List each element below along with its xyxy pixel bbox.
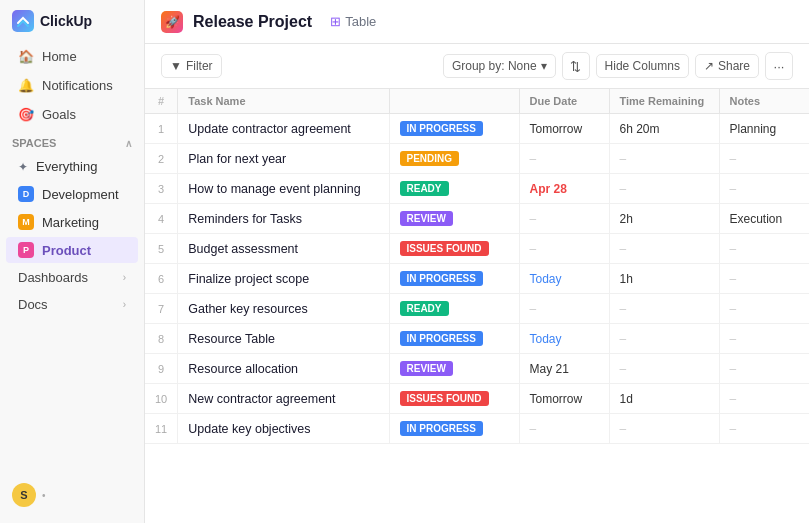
sidebar-item-notifications[interactable]: 🔔 Notifications [6,72,138,99]
cell-num: 2 [145,144,178,174]
cell-status: REVIEW [389,354,519,384]
hide-columns-label: Hide Columns [605,59,680,73]
cell-due-date: – [519,414,609,444]
everything-icon: ✦ [18,160,28,174]
sort-button[interactable]: ⇅ [562,52,590,80]
sidebar-item-product[interactable]: P Product [6,237,138,263]
group-by-button[interactable]: Group by: None ▾ [443,54,556,78]
sidebar-item-docs[interactable]: Docs › [6,292,138,317]
sidebar-item-dashboards[interactable]: Dashboards › [6,265,138,290]
cell-due-date: Today [519,264,609,294]
development-dot: D [18,186,34,202]
logo[interactable]: ClickUp [0,0,144,42]
sidebar-footer: S • [0,475,144,515]
docs-chevron: › [123,299,126,310]
sidebar-item-goals-label: Goals [42,107,76,122]
cell-num: 8 [145,324,178,354]
sidebar-item-marketing[interactable]: M Marketing [6,209,138,235]
spaces-section-header: Spaces ∧ [0,129,144,153]
table-row[interactable]: 9 Resource allocation REVIEW May 21 – – [145,354,809,384]
table-row[interactable]: 10 New contractor agreement ISSUES FOUND… [145,384,809,414]
sidebar-item-home[interactable]: 🏠 Home [6,43,138,70]
cell-num: 4 [145,204,178,234]
project-icon: 🚀 [161,11,183,33]
cell-status: READY [389,294,519,324]
cell-time-remaining: 1h [609,264,719,294]
table-icon: ⊞ [330,14,341,29]
table-row[interactable]: 11 Update key objectives IN PROGRESS – –… [145,414,809,444]
logo-text: ClickUp [40,13,92,29]
sidebar-item-development[interactable]: D Development [6,181,138,207]
cell-status: IN PROGRESS [389,114,519,144]
cell-num: 7 [145,294,178,324]
col-status [389,89,519,114]
cell-notes: – [719,294,809,324]
home-icon: 🏠 [18,49,34,64]
spaces-label: Spaces [12,137,56,149]
cell-num: 5 [145,234,178,264]
table-row[interactable]: 5 Budget assessment ISSUES FOUND – – – [145,234,809,264]
cell-task-name: Budget assessment [178,234,389,264]
table-view-label: Table [345,14,376,29]
sidebar: ClickUp 🏠 Home 🔔 Notifications 🎯 Goals S… [0,0,145,523]
cell-notes: Planning [719,114,809,144]
sort-icon: ⇅ [570,59,581,74]
sidebar-item-notifications-label: Notifications [42,78,113,93]
cell-time-remaining: – [609,144,719,174]
cell-time-remaining: – [609,414,719,444]
cell-status: REVIEW [389,204,519,234]
cell-status: PENDING [389,144,519,174]
dashboards-chevron: › [123,272,126,283]
table-row[interactable]: 8 Resource Table IN PROGRESS Today – – [145,324,809,354]
cell-due-date: – [519,144,609,174]
cell-task-name: New contractor agreement [178,384,389,414]
cell-status: ISSUES FOUND [389,234,519,264]
user-avatar[interactable]: S [12,483,36,507]
table-row[interactable]: 7 Gather key resources READY – – – [145,294,809,324]
project-title: Release Project [193,13,312,31]
cell-status: IN PROGRESS [389,324,519,354]
cell-time-remaining: – [609,354,719,384]
col-due-date: Due Date [519,89,609,114]
cell-status: READY [389,174,519,204]
logo-icon [12,10,34,32]
col-time-remaining: Time Remaining [609,89,719,114]
cell-due-date: Tomorrow [519,384,609,414]
sidebar-item-goals[interactable]: 🎯 Goals [6,101,138,128]
cell-time-remaining: 2h [609,204,719,234]
cell-notes: – [719,174,809,204]
col-task-name: Task Name [178,89,389,114]
table-row[interactable]: 1 Update contractor agreement IN PROGRES… [145,114,809,144]
cell-status: ISSUES FOUND [389,384,519,414]
cell-time-remaining: 6h 20m [609,114,719,144]
table-row[interactable]: 2 Plan for next year PENDING – – – [145,144,809,174]
product-dot: P [18,242,34,258]
cell-due-date: Today [519,324,609,354]
sidebar-item-everything[interactable]: ✦ Everything [6,154,138,179]
cell-task-name: Gather key resources [178,294,389,324]
cell-due-date: – [519,294,609,324]
cell-num: 3 [145,174,178,204]
cell-notes: – [719,234,809,264]
filter-label: Filter [186,59,213,73]
cell-num: 9 [145,354,178,384]
hide-columns-button[interactable]: Hide Columns [596,54,689,78]
cell-task-name: Update key objectives [178,414,389,444]
bell-icon: 🔔 [18,78,34,93]
sidebar-item-home-label: Home [42,49,77,64]
cell-notes: – [719,414,809,444]
cell-task-name: Reminders for Tasks [178,204,389,234]
filter-button[interactable]: ▼ Filter [161,54,222,78]
sidebar-item-product-label: Product [42,243,91,258]
cell-notes: Execution [719,204,809,234]
table-row[interactable]: 3 How to manage event planning READY Apr… [145,174,809,204]
cell-notes: – [719,354,809,384]
share-button[interactable]: ↗ Share [695,54,759,78]
table-view-tab[interactable]: ⊞ Table [322,10,384,33]
cell-task-name: Plan for next year [178,144,389,174]
spaces-chevron: ∧ [125,138,132,149]
table-row[interactable]: 6 Finalize project scope IN PROGRESS Tod… [145,264,809,294]
table-row[interactable]: 4 Reminders for Tasks REVIEW – 2h Execut… [145,204,809,234]
more-options-button[interactable]: ··· [765,52,793,80]
dashboards-label: Dashboards [18,270,88,285]
